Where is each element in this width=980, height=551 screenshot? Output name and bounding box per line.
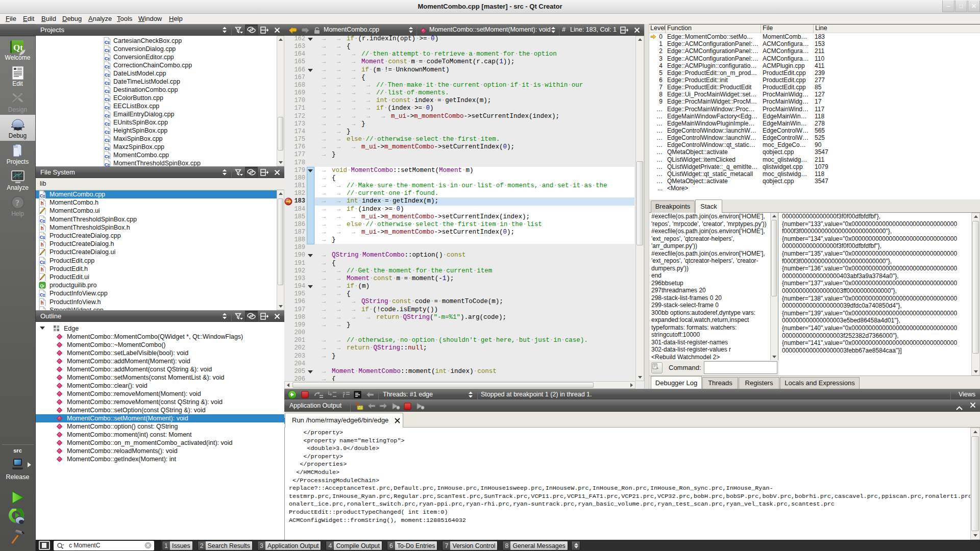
svg-text:h: h xyxy=(41,201,44,206)
svg-text:h: h xyxy=(41,242,44,247)
svg-text:?: ? xyxy=(15,198,19,207)
svg-text:+: + xyxy=(43,237,45,240)
svg-text:+: + xyxy=(43,195,45,198)
svg-text:+: + xyxy=(43,294,45,297)
svg-text:h: h xyxy=(41,267,44,272)
svg-text:h: h xyxy=(41,300,44,306)
svg-text:Qt: Qt xyxy=(40,284,45,288)
svg-text:+: + xyxy=(43,220,45,223)
svg-text:h: h xyxy=(41,226,44,231)
svg-text:+: + xyxy=(43,262,45,265)
